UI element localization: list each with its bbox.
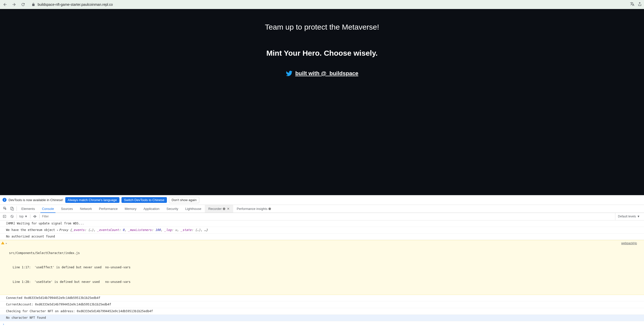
console-text: Line 1:17: 'useEffect' is defined but ne… <box>9 265 131 270</box>
clear-console-button[interactable] <box>9 215 15 218</box>
console-text: src/Components/SelectCharacter/index.js <box>9 251 131 256</box>
console-row[interactable]: Checking for Character NFT on address: 0… <box>0 308 644 315</box>
console-sidebar-toggle[interactable] <box>2 215 8 218</box>
tab-performance-insights-label: Performance insights <box>237 207 267 211</box>
console-row-warning[interactable]: ▸ src/Components/SelectCharacter/index.j… <box>0 240 644 295</box>
preview-badge-icon: ⬣ <box>223 207 225 211</box>
tab-sources[interactable]: Sources <box>57 205 77 213</box>
translate-icon <box>630 2 634 6</box>
tab-network[interactable]: Network <box>77 205 96 213</box>
console-text: No authorized account found <box>6 234 55 239</box>
expand-arrow-icon[interactable]: ▸ <box>6 241 7 246</box>
levels-label: Default levels <box>618 215 636 218</box>
console-text: Connected 0xd6333e5d14b7994452e9c14db595… <box>6 296 100 300</box>
devtools: i DevTools is now available in Chinese! … <box>0 195 644 327</box>
tab-security[interactable]: Security <box>163 205 182 213</box>
console-row[interactable]: [HMR] Waiting for update signal from WDS… <box>0 220 644 227</box>
back-button[interactable] <box>2 2 8 8</box>
warning-icon <box>1 241 5 245</box>
tab-console[interactable]: Console <box>38 205 57 213</box>
banner-match-language-button[interactable]: Always match Chrome's language <box>65 197 119 203</box>
console-text: We have the ethereum object <box>6 228 57 232</box>
console-text: Line 1:28: 'useState' is defined but nev… <box>9 280 131 284</box>
url-bar[interactable]: buildspace-nft-game-starter.paulcoinman.… <box>29 1 627 8</box>
console-text: Checking for Character NFT on address: 0… <box>6 309 153 314</box>
tab-lighthouse[interactable]: Lighthouse <box>182 205 205 213</box>
arrow-right-icon <box>12 2 16 7</box>
device-toggle-button[interactable] <box>9 207 16 211</box>
tab-memory[interactable]: Memory <box>121 205 140 213</box>
tab-recorder[interactable]: Recorder ⬣ ✕ <box>205 205 233 213</box>
twitter-row: built with @_buildspace <box>286 70 358 77</box>
console-row[interactable]: No character NFT found <box>0 315 644 321</box>
console-filter-input[interactable] <box>41 214 614 219</box>
tab-recorder-label: Recorder <box>208 207 222 211</box>
context-label: top <box>19 215 24 218</box>
sidebar-icon <box>3 215 6 218</box>
devtools-banner: i DevTools is now available in Chinese! … <box>0 195 644 205</box>
lock-icon <box>32 3 35 6</box>
device-icon <box>10 207 14 211</box>
console-toolbar: top ▼ Default levels ▼ <box>0 213 644 220</box>
inspect-icon <box>3 207 7 211</box>
console-text: [HMR] Waiting for update signal from WDS… <box>6 221 84 226</box>
tab-elements[interactable]: Elements <box>18 205 38 213</box>
live-expression-button[interactable] <box>32 215 38 218</box>
translate-button[interactable] <box>630 2 634 7</box>
info-icon: i <box>3 198 7 202</box>
reload-icon <box>21 2 25 7</box>
url-text: buildspace-nft-game-starter.paulcoinman.… <box>38 3 113 7</box>
chevron-down-icon: ▼ <box>25 215 28 218</box>
close-icon[interactable]: ✕ <box>227 207 230 211</box>
console-output: [HMR] Waiting for update signal from WDS… <box>0 220 644 321</box>
twitter-link[interactable]: built with @_buildspace <box>295 70 358 77</box>
browser-toolbar: buildspace-nft-game-starter.paulcoinman.… <box>0 0 644 9</box>
expand-arrow-icon[interactable]: ▸ <box>57 228 58 232</box>
share-icon <box>637 2 642 6</box>
console-object[interactable]: Proxy {_events: {…}, _eventsCount: 0, _m… <box>59 228 208 232</box>
chevron-down-icon: ▼ <box>637 215 640 218</box>
arrow-left-icon <box>3 2 7 7</box>
banner-text: DevTools is now available in Chinese! <box>9 198 63 202</box>
console-row[interactable]: Connected 0xd6333e5d14b7994452e9c14db595… <box>0 295 644 301</box>
page-content: Team up to protect the Metaverse! Mint Y… <box>0 9 644 195</box>
forward-button[interactable] <box>11 2 17 8</box>
console-text: No character NFT found <box>6 315 46 320</box>
inspect-button[interactable] <box>2 207 9 211</box>
tab-performance-insights[interactable]: Performance insights ⬣ <box>233 205 275 213</box>
clear-icon <box>10 215 14 218</box>
console-text: CurrentAccount: 0xd6333e5d14b7994452e9c1… <box>6 302 111 307</box>
source-link[interactable]: webpackHo <box>621 241 638 246</box>
preview-badge-icon: ⬣ <box>268 207 271 211</box>
mint-title: Mint Your Hero. Choose wisely. <box>266 49 377 57</box>
log-levels-select[interactable]: Default levels ▼ <box>615 213 642 220</box>
svg-rect-1 <box>12 208 14 210</box>
devtools-tabs: Elements Console Sources Network Perform… <box>0 205 644 213</box>
share-button[interactable] <box>637 2 642 7</box>
context-select[interactable]: top ▼ <box>18 215 29 218</box>
tab-performance[interactable]: Performance <box>95 205 121 213</box>
reload-button[interactable] <box>20 2 26 8</box>
tab-application[interactable]: Application <box>140 205 163 213</box>
banner-dismiss-button[interactable]: Don't show again <box>169 197 199 203</box>
twitter-icon <box>286 70 293 77</box>
console-row[interactable]: We have the ethereum object ▸Proxy {_eve… <box>0 227 644 233</box>
banner-switch-language-button[interactable]: Switch DevTools to Chinese <box>121 197 167 203</box>
console-prompt[interactable]: › <box>0 321 644 327</box>
console-row[interactable]: No authorized account found <box>0 233 644 240</box>
eye-icon <box>33 215 37 218</box>
page-subtitle: Team up to protect the Metaverse! <box>265 23 379 31</box>
console-row[interactable]: CurrentAccount: 0xd6333e5d14b7994452e9c1… <box>0 301 644 308</box>
